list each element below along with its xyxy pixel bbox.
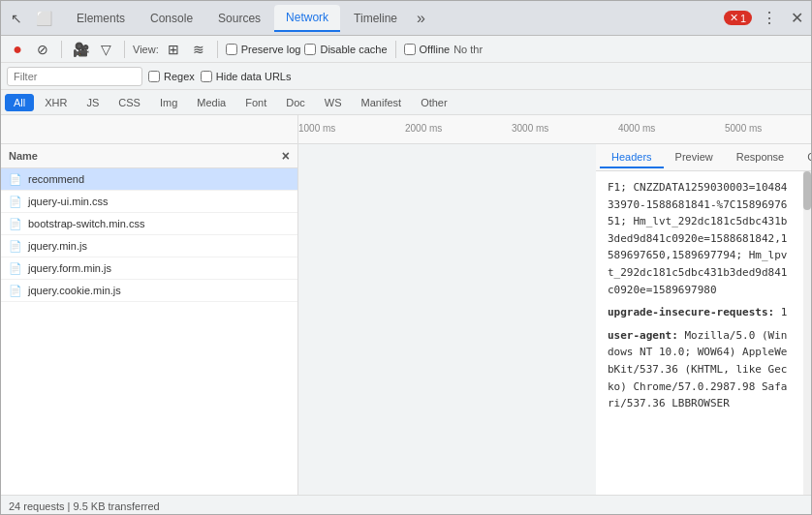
error-count: 1: [740, 13, 746, 24]
tab-network[interactable]: Network: [274, 5, 340, 32]
toolbar-divider-4: [395, 41, 396, 58]
details-content: F1; CNZZDATA1259030003=1048433970-158868…: [596, 171, 803, 495]
timeline-marks: 1000 ms 2000 ms 3000 ms 4000 ms 5000 ms …: [298, 115, 811, 143]
type-filter-all[interactable]: All: [5, 94, 34, 111]
toolbar-divider-3: [217, 41, 218, 58]
detail-tab-response[interactable]: Response: [725, 147, 796, 168]
details-scroll-thumb: [803, 171, 811, 210]
file-name-4: jquery.form.min.js: [28, 262, 111, 274]
tab-elements[interactable]: Elements: [65, 6, 137, 31]
throttle-selector[interactable]: No thr: [453, 44, 483, 55]
mobile-icon[interactable]: ⬜: [32, 7, 55, 30]
file-icon-3: 📄: [9, 239, 22, 253]
detail-tab-headers[interactable]: Headers: [600, 147, 664, 168]
timeline-mark-4000: 4000 ms: [618, 123, 655, 134]
details-tabs: Headers Preview Response Cookies Timing: [596, 144, 811, 171]
view-label: View:: [133, 44, 159, 55]
filter-bar: Regex Hide data URLs: [1, 63, 811, 90]
file-icon-5: 📄: [9, 284, 22, 297]
timeline-mark-1000: 1000 ms: [298, 123, 335, 134]
hide-data-urls-label: Hide data URLs: [216, 71, 292, 82]
disable-cache-checkbox[interactable]: Disable cache: [304, 44, 387, 55]
grid-view-button[interactable]: ⊞: [163, 39, 184, 60]
file-list-close-button[interactable]: ×: [282, 148, 290, 164]
type-filter-other[interactable]: Other: [412, 94, 456, 111]
flame-view-button[interactable]: ≋: [188, 39, 209, 60]
file-list-header: Name ×: [1, 144, 297, 168]
file-icon-1: 📄: [9, 195, 22, 208]
file-name-1: jquery-ui.min.css: [28, 196, 109, 207]
type-filter-ws[interactable]: WS: [316, 94, 351, 111]
timeline-spacer: [1, 115, 298, 143]
type-filter-font[interactable]: Font: [236, 94, 275, 111]
file-icon-0: 📄: [9, 172, 22, 186]
offline-input[interactable]: [404, 44, 416, 55]
detail-text-cookie: F1; CNZZDATA1259030003=1048433970-158868…: [608, 179, 792, 298]
file-item-jquery-cookie-min-js[interactable]: 📄 jquery.cookie.min.js: [1, 280, 297, 302]
tab-bar-icons: ↖ ⬜: [5, 7, 63, 30]
camera-button[interactable]: 🎥: [70, 39, 91, 60]
file-icon-4: 📄: [9, 261, 22, 275]
file-name-3: jquery.min.js: [28, 240, 87, 252]
preserve-log-label: Preserve log: [241, 44, 301, 55]
error-icon: ✕: [730, 12, 738, 24]
regex-label: Regex: [164, 71, 195, 82]
disable-cache-input[interactable]: [304, 44, 316, 55]
tab-close-area: ✕ 1 ⋮ ✕: [724, 5, 807, 31]
detail-upgrade-insecure: upgrade-insecure-requests: 1: [608, 304, 792, 321]
details-scrollbar[interactable]: [803, 171, 811, 495]
timeline-mark-5000: 5000 ms: [725, 123, 762, 134]
network-toolbar: ● ⊘ 🎥 ▽ View: ⊞ ≋ Preserve log Disable c…: [1, 36, 811, 63]
timeline-mark-3000: 3000 ms: [512, 123, 548, 134]
upgrade-key: upgrade-insecure-requests:: [608, 306, 774, 318]
toolbar-divider-1: [61, 41, 62, 58]
file-item-jquery-min-js[interactable]: 📄 jquery.min.js: [1, 235, 297, 258]
tab-more[interactable]: »: [411, 6, 431, 31]
detail-tab-preview[interactable]: Preview: [664, 147, 725, 168]
tab-console[interactable]: Console: [139, 6, 204, 31]
disable-cache-label: Disable cache: [320, 44, 387, 55]
file-item-recommend[interactable]: 📄 recommend: [1, 168, 297, 191]
detail-tab-cookies[interactable]: Cookies: [796, 147, 811, 168]
cursor-icon[interactable]: ↖: [5, 7, 28, 30]
timeline-mark-2000: 2000 ms: [405, 123, 442, 134]
file-items: 📄 recommend 📄 jquery-ui.min.css 📄 bootst…: [1, 168, 297, 495]
type-filter-css[interactable]: CSS: [109, 94, 149, 111]
file-name-0: recommend: [28, 173, 84, 185]
main-content: Name × 📄 recommend 📄 jquery-ui.min.css 📄…: [1, 144, 811, 495]
tab-sources[interactable]: Sources: [206, 6, 272, 31]
file-name-5: jquery.cookie.min.js: [28, 285, 121, 296]
error-badge[interactable]: ✕ 1: [724, 11, 752, 25]
type-filter-doc[interactable]: Doc: [277, 94, 314, 111]
details-panel: Headers Preview Response Cookies Timing …: [596, 144, 811, 495]
regex-input[interactable]: [148, 71, 160, 82]
record-button[interactable]: ●: [7, 39, 28, 60]
file-item-jquery-ui-css[interactable]: 📄 jquery-ui.min.css: [1, 191, 297, 213]
close-devtools-button[interactable]: ✕: [787, 5, 807, 31]
tab-bar: ↖ ⬜ Elements Console Sources Network Tim…: [1, 1, 811, 36]
tab-timeline[interactable]: Timeline: [342, 6, 409, 31]
type-filter-bar: All XHR JS CSS Img Media Font Doc WS Man…: [1, 90, 811, 115]
type-filter-js[interactable]: JS: [78, 94, 108, 111]
toolbar-divider-2: [124, 41, 125, 58]
filter-button[interactable]: ▽: [95, 39, 116, 60]
status-bar: 24 requests | 9.5 KB transferred: [1, 495, 811, 515]
type-filter-media[interactable]: Media: [188, 94, 234, 111]
file-item-bootstrap-switch-css[interactable]: 📄 bootstrap-switch.min.css: [1, 213, 297, 235]
status-text: 24 requests | 9.5 KB transferred: [9, 500, 160, 512]
offline-checkbox[interactable]: Offline: [404, 44, 451, 55]
preserve-log-checkbox[interactable]: Preserve log: [226, 44, 301, 55]
file-item-jquery-form-min-js[interactable]: 📄 jquery.form.min.js: [1, 258, 297, 280]
more-options-button[interactable]: ⋮: [758, 5, 781, 31]
type-filter-img[interactable]: Img: [151, 94, 186, 111]
regex-checkbox[interactable]: Regex: [148, 71, 195, 82]
hide-data-urls-checkbox[interactable]: Hide data URLs: [201, 71, 292, 82]
hide-data-urls-input[interactable]: [201, 71, 212, 82]
type-filter-xhr[interactable]: XHR: [36, 94, 76, 111]
upgrade-value: 1: [774, 306, 787, 318]
file-icon-2: 📄: [9, 217, 22, 230]
filter-input[interactable]: [7, 67, 142, 86]
type-filter-manifest[interactable]: Manifest: [353, 94, 411, 111]
stop-button[interactable]: ⊘: [32, 39, 53, 60]
preserve-log-input[interactable]: [226, 44, 237, 55]
